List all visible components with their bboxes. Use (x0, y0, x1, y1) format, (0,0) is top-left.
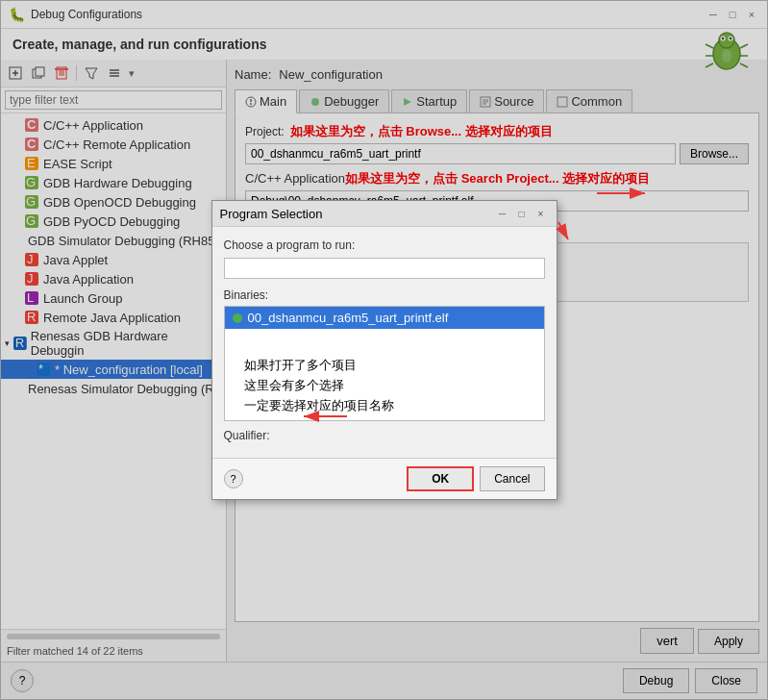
cn-note-line-2: 这里会有多个选择 (244, 376, 534, 396)
modal-controls: ─ □ × (495, 206, 549, 221)
cn-note-line-1: 如果打开了多个项目 (244, 356, 534, 376)
program-input[interactable] (224, 258, 545, 279)
binaries-list: 00_dshanmcu_ra6m5_uart_printf.elf 如果打开了多… (224, 306, 545, 421)
modal-minimize[interactable]: ─ (495, 206, 510, 221)
cn-note-1: 如果打开了多个项目 这里会有多个选择 一定要选择对应的项目名称 (235, 356, 534, 415)
modal-action-buttons: OK Cancel (407, 466, 544, 491)
program-selection-dialog: Program Selection ─ □ × Choose a program… (211, 200, 557, 500)
modal-maximize[interactable]: □ (514, 206, 530, 221)
ok-button[interactable]: OK (407, 466, 474, 491)
binary-name: 00_dshanmcu_ra6m5_uart_printf.elf (248, 311, 449, 325)
modal-footer: ? OK Cancel (212, 458, 557, 499)
modal-title: Program Selection (220, 207, 323, 221)
qualifier-label: Qualifier: (224, 429, 545, 442)
binary-item[interactable]: 00_dshanmcu_ra6m5_uart_printf.elf (225, 307, 544, 329)
binaries-label: Binaries: (224, 288, 545, 302)
binary-dot (233, 313, 242, 323)
choose-label: Choose a program to run: (224, 238, 545, 252)
modal-help-icon[interactable]: ? (224, 469, 243, 488)
modal-title-bar: Program Selection ─ □ × (212, 201, 557, 227)
cancel-button[interactable]: Cancel (480, 466, 544, 491)
cn-note-line-3: 一定要选择对应的项目名称 (244, 396, 534, 416)
modal-body: Choose a program to run: Binaries: 00_ds… (212, 227, 557, 458)
modal-close[interactable]: × (533, 206, 549, 221)
cn-notes: 如果打开了多个项目 这里会有多个选择 一定要选择对应的项目名称 (225, 329, 544, 415)
modal-overlay: Program Selection ─ □ × Choose a program… (1, 1, 767, 699)
